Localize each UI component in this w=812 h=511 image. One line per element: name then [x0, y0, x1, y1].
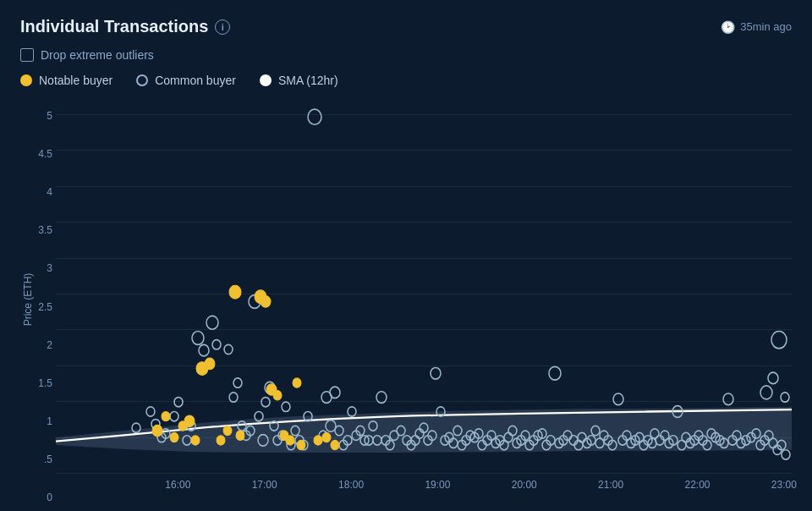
common-buyer-dot — [136, 74, 148, 86]
svg-point-60 — [431, 367, 441, 379]
svg-point-163 — [286, 436, 294, 445]
x-tick-2300: 23:00 — [771, 479, 797, 491]
svg-point-37 — [330, 387, 340, 398]
svg-point-156 — [229, 285, 241, 299]
svg-point-143 — [771, 332, 787, 349]
svg-point-128 — [723, 393, 733, 405]
header: Individual Transactions i 🕑 35min ago — [20, 17, 792, 36]
svg-point-148 — [170, 432, 178, 442]
svg-point-10 — [199, 344, 209, 356]
chart-svg — [56, 101, 792, 474]
svg-point-157 — [236, 431, 244, 440]
y-tick-35: 3.5 — [38, 224, 52, 236]
svg-point-13 — [224, 344, 233, 354]
legend-item-common: Common buyer — [136, 74, 236, 87]
x-tick-2200: 22:00 — [684, 479, 710, 491]
y-tick-15: 1.5 — [38, 377, 52, 389]
x-tick-1700: 17:00 — [252, 479, 277, 491]
y-tick-05: .5 — [44, 453, 52, 465]
svg-point-15 — [233, 378, 242, 387]
chart-plot — [56, 101, 792, 474]
svg-point-145 — [781, 393, 789, 402]
x-tick-1600: 16:00 — [165, 479, 190, 491]
svg-point-155 — [223, 426, 232, 435]
y-tick-3: 3 — [47, 262, 52, 274]
y-tick-0: 0 — [47, 492, 52, 503]
x-axis: 16:00 17:00 18:00 19:00 20:00 21:00 22:0… — [56, 474, 792, 497]
svg-point-11 — [206, 316, 218, 329]
svg-point-6 — [174, 398, 183, 407]
svg-point-151 — [191, 436, 200, 445]
svg-point-141 — [782, 450, 790, 459]
y-tick-5: 5 — [47, 110, 52, 122]
svg-point-48 — [376, 392, 387, 404]
chart-area: Price (ETH) 5 4.5 4 3.5 3 2.5 2 1.5 1 .5… — [20, 101, 792, 497]
svg-point-165 — [297, 440, 305, 449]
legend-item-sma: SMA (12hr) — [260, 74, 338, 87]
svg-point-88 — [549, 366, 561, 380]
y-tick-2: 2 — [47, 339, 52, 351]
svg-point-153 — [205, 358, 215, 370]
svg-point-5 — [170, 412, 178, 421]
legend-item-notable: Notable buyer — [20, 74, 112, 87]
timestamp-text: 35min ago — [740, 20, 792, 33]
svg-point-144 — [768, 372, 778, 384]
timestamp: 🕑 35min ago — [721, 20, 792, 34]
chart-inner: 16:00 17:00 18:00 19:00 20:00 21:00 22:0… — [56, 101, 792, 497]
clock-icon: 🕑 — [721, 20, 735, 34]
y-tick-45: 4.5 — [38, 148, 52, 160]
x-tick-2000: 20:00 — [512, 479, 537, 491]
svg-point-102 — [613, 393, 623, 405]
svg-point-9 — [192, 332, 204, 345]
y-axis: Price (ETH) 5 4.5 4 3.5 3 2.5 2 1.5 1 .5… — [20, 101, 56, 497]
svg-point-142 — [760, 386, 772, 399]
x-tick-1800: 18:00 — [338, 479, 364, 491]
svg-point-159 — [261, 296, 271, 308]
x-tick-1900: 19:00 — [425, 479, 450, 491]
common-buyer-label: Common buyer — [155, 74, 236, 87]
y-tick-25: 2.5 — [38, 301, 52, 313]
x-tick-2100: 21:00 — [598, 479, 623, 491]
page-title: Individual Transactions — [20, 17, 208, 36]
svg-point-33 — [308, 109, 321, 124]
title-group: Individual Transactions i — [20, 17, 230, 36]
svg-point-146 — [152, 425, 162, 437]
svg-point-1 — [146, 407, 155, 416]
svg-point-147 — [162, 412, 170, 421]
notable-buyer-dot — [20, 74, 32, 86]
svg-point-164 — [293, 378, 301, 387]
svg-point-12 — [212, 340, 221, 349]
svg-point-161 — [273, 391, 282, 400]
outliers-checkbox[interactable] — [20, 48, 34, 62]
legend: Notable buyer Common buyer SMA (12hr) — [20, 74, 792, 87]
svg-point-167 — [322, 432, 331, 442]
main-container: Individual Transactions i 🕑 35min ago Dr… — [0, 0, 812, 511]
sma-dot — [260, 74, 272, 86]
common-buyer-dots — [132, 109, 790, 459]
svg-point-27 — [282, 402, 290, 411]
svg-point-150 — [184, 415, 195, 427]
svg-point-166 — [314, 436, 322, 445]
outliers-label: Drop extreme outliers — [41, 48, 154, 62]
svg-point-168 — [331, 440, 339, 449]
y-tick-4: 4 — [47, 186, 52, 198]
svg-point-154 — [217, 436, 225, 445]
notable-buyer-label: Notable buyer — [39, 74, 112, 87]
y-tick-1: 1 — [47, 415, 52, 427]
svg-point-14 — [229, 393, 238, 402]
svg-point-22 — [261, 398, 270, 407]
outliers-row: Drop extreme outliers — [20, 48, 792, 62]
info-icon[interactable]: i — [215, 19, 230, 35]
sma-label: SMA (12hr) — [278, 74, 338, 87]
